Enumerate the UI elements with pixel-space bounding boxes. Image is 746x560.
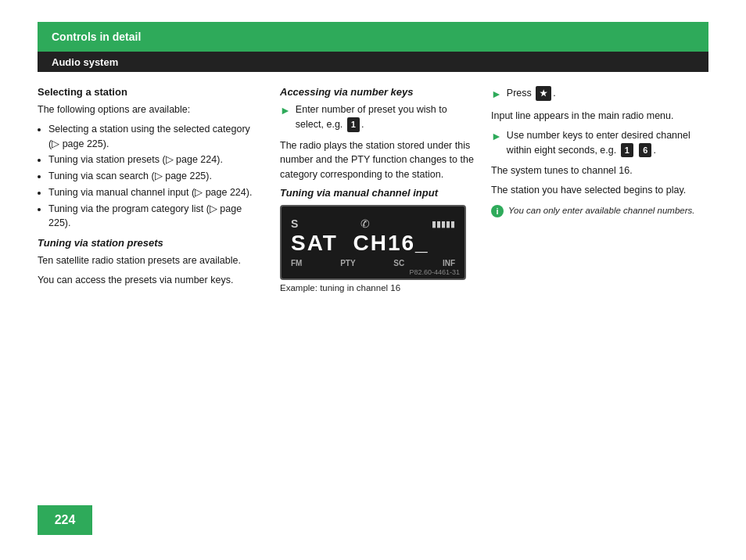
left-column: Selecting a station The following option… — [38, 86, 280, 300]
display-main-text: SAT CH16_ — [291, 232, 429, 256]
list-item: Tuning via scan search (▷ page 225). — [48, 169, 261, 184]
sub-header: Audio system — [38, 52, 708, 72]
arrow-icon-2: ► — [491, 86, 502, 102]
accessing-via-number-title: Accessing via number keys — [280, 86, 475, 98]
display-pty: PTY — [340, 259, 355, 267]
list-item: Selecting a station using the selected c… — [48, 122, 261, 152]
list-item: Tuning via manual channel input (▷ page … — [48, 185, 261, 200]
section-header: Controls in detail — [38, 22, 708, 52]
station-presets-title: Tuning via station presets — [38, 237, 261, 249]
display-s: S — [291, 217, 298, 230]
info-note-text: You can only enter available channel num… — [508, 204, 694, 217]
number-keys-text: Use number keys to enter desired channel… — [507, 128, 708, 158]
arrow-icon: ► — [280, 102, 291, 119]
page-number: 224 — [55, 513, 76, 527]
mid-column: Accessing via number keys ► Enter number… — [280, 86, 491, 300]
display-sc: SC — [393, 259, 404, 267]
key-badge-2b: 6 — [639, 143, 651, 158]
info-note: i You can only enter available channel n… — [491, 204, 708, 217]
selecting-station-title: Selecting a station — [38, 86, 261, 98]
system-tunes-text: The system tunes to channel 16. — [491, 163, 708, 178]
selecting-station-intro: The following options are available: — [38, 102, 261, 117]
list-item: Tuning via station presets (▷ page 224). — [48, 153, 261, 167]
enter-preset-text: Enter number of preset you wish to selec… — [296, 102, 475, 132]
content-area: Selecting a station The following option… — [38, 86, 708, 300]
presets-text2: You can access the presets via number ke… — [38, 273, 261, 288]
arrow-item-enter: ► Enter number of preset you wish to sel… — [280, 102, 475, 132]
press-text: Press ★. — [507, 86, 556, 101]
display-fm: FM — [291, 259, 302, 267]
presets-text1: Ten satellite radio station presets are … — [38, 253, 261, 268]
options-list: Selecting a station using the selected c… — [38, 122, 261, 231]
key-badge-2a: 1 — [621, 143, 633, 158]
display-code: P82.60-4461-31 — [409, 268, 460, 276]
subheader-title: Audio system — [52, 56, 118, 68]
manual-channel-title: Tuning via manual channel input — [280, 187, 475, 199]
radio-plays-text: The radio plays the station stored under… — [280, 138, 475, 182]
arrow-press-star: ► Press ★. — [491, 86, 708, 102]
arrow-use-number-keys: ► Use number keys to enter desired chann… — [491, 128, 708, 158]
input-line-text: Input line appears in the main radio men… — [491, 109, 708, 124]
right-column: ► Press ★. Input line appears in the mai… — [491, 86, 708, 300]
signal-bars: ▮▮▮▮▮ — [432, 219, 455, 229]
header-title: Controls in detail — [52, 31, 141, 43]
station-selected-text: The station you have selected begins to … — [491, 183, 708, 198]
page-footer: 224 — [38, 505, 92, 535]
display-top-row: S ✆ ▮▮▮▮▮ — [291, 217, 455, 230]
display-bottom-row: FM PTY SC INF — [291, 259, 455, 267]
info-icon: i — [491, 205, 504, 217]
key-badge-1: 1 — [347, 117, 360, 132]
phone-icon: ✆ — [360, 217, 370, 230]
radio-display: S ✆ ▮▮▮▮▮ SAT CH16_ FM PTY SC INF P82.60… — [280, 205, 466, 280]
key-badge-star: ★ — [536, 86, 551, 101]
arrow-icon-3: ► — [491, 128, 502, 145]
display-caption: Example: tuning in channel 16 — [280, 283, 475, 293]
list-item: Tuning via the program category list (▷ … — [48, 202, 261, 232]
display-inf: INF — [443, 259, 455, 267]
